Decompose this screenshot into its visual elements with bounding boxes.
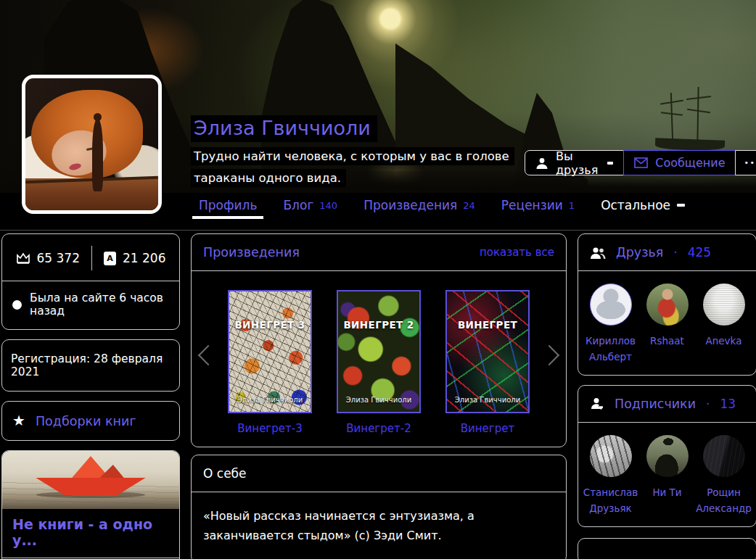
stats-row: 65 372 A 21 206 xyxy=(11,246,170,270)
collections-header-card[interactable]: Подборки книг xyxy=(1,401,180,441)
boat-hull xyxy=(36,478,146,495)
friends-status-label: Вы друзья xyxy=(556,149,600,177)
about-header: О себе xyxy=(192,455,566,492)
tab-label: Произведения xyxy=(363,198,457,212)
subscriber-item[interactable]: Станислав Друзьяк xyxy=(583,435,638,516)
ship-mast xyxy=(670,93,673,141)
cover-title-text: ВИНЕГРЕТ xyxy=(447,319,528,331)
subscriber-name[interactable]: Ни Ти xyxy=(652,485,681,501)
friends-count: 425 xyxy=(688,245,711,260)
tab-label: Профиль xyxy=(199,198,257,212)
dropdown-icon xyxy=(677,204,685,207)
work-item: ВИНЕГРЕТ Элиза Гвиччиоли Винегрет xyxy=(445,290,530,435)
works-carousel: ВИНЕГРЕТ 3 Элиза Гвиччиоли Винегрет-3 ВИ… xyxy=(192,271,566,447)
book-cover-vinegret-3[interactable]: ВИНЕГРЕТ 3 Элиза Гвиччиоли xyxy=(228,290,312,413)
ship-mast xyxy=(697,87,699,142)
rating-value: 65 372 xyxy=(37,251,80,265)
last-seen-row: Была на сайте 6 часов назад xyxy=(11,281,170,319)
work-title-link[interactable]: Винегрет xyxy=(461,422,514,435)
avatar-detail xyxy=(92,119,103,191)
avatar-detail xyxy=(94,113,102,121)
paper-boat-illustration xyxy=(36,456,146,495)
last-seen-text: Была на сайте 6 часов назад xyxy=(30,291,169,318)
subscriber-avatar[interactable] xyxy=(646,435,689,477)
friends-status-button[interactable]: Вы друзья xyxy=(525,150,624,175)
cover-author-text: Элиза Гвиччиоли xyxy=(338,396,419,404)
tab-works[interactable]: Произведения 24 xyxy=(363,198,475,224)
profile-name: Элиза Гвиччиоли xyxy=(191,115,377,142)
works-title: Произведения xyxy=(203,245,300,260)
subscriber-item[interactable]: Ни Ти xyxy=(639,435,695,516)
profile-avatar[interactable] xyxy=(22,75,162,214)
work-title-link[interactable]: Винегрет-2 xyxy=(346,422,411,435)
tab-label: Блог xyxy=(283,198,313,212)
friend-item[interactable]: Кириллов Альберт xyxy=(583,283,638,365)
tab-reviews[interactable]: Рецензии 1 xyxy=(501,198,575,224)
next-section-card xyxy=(578,538,756,559)
tab-blog[interactable]: Блог 140 xyxy=(283,198,337,224)
person-icon xyxy=(535,157,548,169)
message-button[interactable]: Сообщение xyxy=(623,150,736,175)
book-cover-vinegret[interactable]: ВИНЕГРЕТ Элиза Гвиччиоли xyxy=(445,290,530,413)
dropdown-icon xyxy=(607,162,613,165)
page-title: Элиза Гвиччиоли xyxy=(191,115,377,142)
library-value: 21 206 xyxy=(123,251,165,265)
subscribers-title: Подписчики xyxy=(615,397,696,411)
tab-count: 140 xyxy=(319,200,337,211)
friend-name[interactable]: Anevka xyxy=(706,334,742,349)
friend-item[interactable]: Anevka xyxy=(696,283,752,365)
collection-card: Не книги - а одно у... Элиза Гвиччи... 1… xyxy=(1,450,180,559)
subscribers-card: Подписчики · 13 Станислав Друзьяк Ни Ти xyxy=(578,385,756,527)
envelope-icon xyxy=(634,157,648,168)
book-cover-vinegret-2[interactable]: ВИНЕГРЕТ 2 Элиза Гвиччиоли xyxy=(337,290,421,413)
more-actions-button[interactable]: ••• xyxy=(735,150,756,175)
profile-tabs: Профиль Блог 140 Произведения 24 Рецензи… xyxy=(199,198,685,224)
friend-avatar[interactable] xyxy=(703,283,745,326)
tab-label: Остальное xyxy=(601,198,670,212)
collection-title-link[interactable]: Не книги - а одно у... xyxy=(2,509,179,558)
subscriber-avatar[interactable] xyxy=(590,435,632,477)
collections-title: Подборки книг xyxy=(36,414,136,428)
library-stat[interactable]: A 21 206 xyxy=(104,251,165,265)
work-item: ВИНЕГРЕТ 3 Элиза Гвиччиоли Винегрет-3 xyxy=(228,290,312,435)
ship-hull xyxy=(655,138,725,151)
friend-avatar[interactable] xyxy=(590,283,632,326)
subscriber-avatar[interactable] xyxy=(703,435,745,477)
subscriber-name[interactable]: Станислав Друзьяк xyxy=(583,485,638,516)
about-card: О себе «Новый рассказ начинается с энтуз… xyxy=(191,455,567,559)
profile-bio-text: Трудно найти человека, с которым у вас в… xyxy=(191,147,514,187)
tab-label: Рецензии xyxy=(501,198,563,212)
friend-avatar[interactable] xyxy=(646,283,689,326)
subscriber-heart-icon xyxy=(590,397,604,410)
subscribers-header[interactable]: Подписчики · 13 xyxy=(578,386,756,423)
about-title: О себе xyxy=(203,466,247,481)
crown-icon xyxy=(16,252,30,264)
work-title-link[interactable]: Винегрет-3 xyxy=(237,422,302,435)
collection-cover-image[interactable] xyxy=(2,451,179,509)
subscribers-list: Станислав Друзьяк Ни Ти Рощин Александр xyxy=(578,423,756,526)
work-item: ВИНЕГРЕТ 2 Элиза Гвиччиоли Винегрет-2 xyxy=(337,290,421,435)
tab-profile[interactable]: Профиль xyxy=(199,198,257,224)
friends-title: Друзья xyxy=(616,245,663,260)
profile-header: Элиза Гвиччиоли Трудно найти человека, с… xyxy=(0,0,756,231)
rating-stat[interactable]: 65 372 xyxy=(16,251,80,265)
tab-other[interactable]: Остальное xyxy=(601,198,685,224)
stats-divider xyxy=(91,246,92,270)
registration-text: Регистрация: 28 февраля 2021 xyxy=(11,352,163,378)
profile-bio: Трудно найти человека, с которым у вас в… xyxy=(191,146,514,189)
cover-title-text: ВИНЕГРЕТ 2 xyxy=(338,319,419,331)
friends-header[interactable]: Друзья · 425 xyxy=(578,234,756,271)
subscriber-name[interactable]: Рощин Александр xyxy=(696,485,752,516)
friend-name[interactable]: Rshaat xyxy=(650,334,684,349)
cover-author-text: Элиза Гвиччиоли xyxy=(229,396,311,404)
cover-author-text: Элиза Гвиччиоли xyxy=(447,396,528,404)
profile-actions: Вы друзья Сообщение ••• xyxy=(525,150,756,175)
content-grid: 65 372 A 21 206 Была на сайте 6 часов на… xyxy=(1,233,756,559)
works-card: Произведения показать все ВИНЕГРЕТ 3 Эли… xyxy=(191,233,567,447)
show-all-link[interactable]: показать все xyxy=(480,246,554,259)
right-column: Друзья · 425 Кириллов Альберт Rshaat xyxy=(578,233,756,559)
friend-name[interactable]: Кириллов Альберт xyxy=(583,334,638,365)
subscriber-item[interactable]: Рощин Александр xyxy=(696,435,752,516)
more-dots: ••• xyxy=(744,158,756,167)
friend-item[interactable]: Rshaat xyxy=(639,283,695,365)
